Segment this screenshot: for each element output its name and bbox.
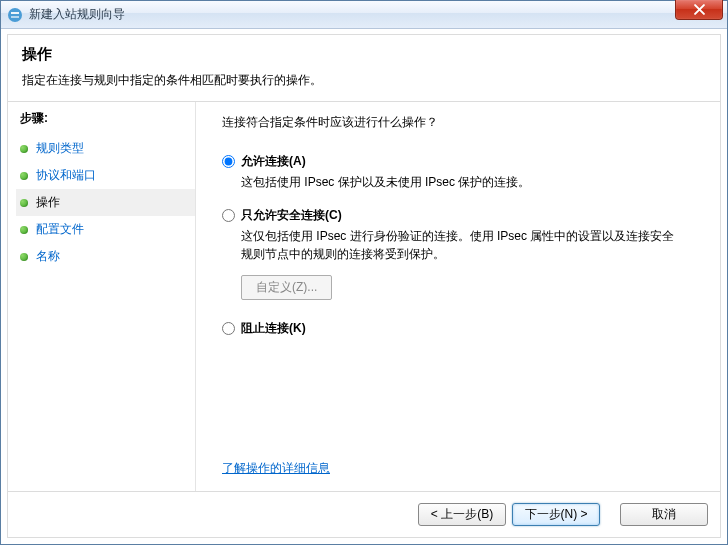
step-rule-type[interactable]: 规则类型 <box>16 135 195 162</box>
bullet-icon <box>20 253 28 261</box>
step-name[interactable]: 名称 <box>16 243 195 270</box>
option-allow: 允许连接(A) 这包括使用 IPsec 保护以及未使用 IPsec 保护的连接。 <box>222 153 700 191</box>
step-protocol-ports[interactable]: 协议和端口 <box>16 162 195 189</box>
titlebar: 新建入站规则向导 <box>1 1 727 29</box>
window-title: 新建入站规则向导 <box>29 6 125 23</box>
page-description: 指定在连接与规则中指定的条件相匹配时要执行的操作。 <box>22 72 706 89</box>
radio-secure-label: 只允许安全连接(C) <box>241 207 342 224</box>
radio-allow-row[interactable]: 允许连接(A) <box>222 153 700 170</box>
option-block: 阻止连接(K) <box>222 320 700 341</box>
customize-button: 自定义(Z)... <box>241 275 332 300</box>
close-button[interactable] <box>675 0 723 20</box>
bullet-icon <box>20 145 28 153</box>
close-icon <box>694 4 705 15</box>
step-label: 规则类型 <box>36 140 84 157</box>
steps-sidebar: 步骤: 规则类型 协议和端口 操作 配置文件 <box>8 102 196 491</box>
step-label: 配置文件 <box>36 221 84 238</box>
step-profile[interactable]: 配置文件 <box>16 216 195 243</box>
radio-allow[interactable] <box>222 155 235 168</box>
inner-panel: 操作 指定在连接与规则中指定的条件相匹配时要执行的操作。 步骤: 规则类型 协议… <box>7 34 721 538</box>
next-button[interactable]: 下一步(N) > <box>512 503 600 526</box>
bullet-icon <box>20 172 28 180</box>
option-secure-desc: 这仅包括使用 IPsec 进行身份验证的连接。使用 IPsec 属性中的设置以及… <box>241 228 681 263</box>
main-area: 连接符合指定条件时应该进行什么操作？ 允许连接(A) 这包括使用 IPsec 保… <box>196 102 720 491</box>
radio-allow-label: 允许连接(A) <box>241 153 306 170</box>
step-label: 名称 <box>36 248 60 265</box>
cancel-button[interactable]: 取消 <box>620 503 708 526</box>
svg-rect-1 <box>11 12 19 14</box>
content-wrap: 操作 指定在连接与规则中指定的条件相匹配时要执行的操作。 步骤: 规则类型 协议… <box>1 29 727 544</box>
option-allow-desc: 这包括使用 IPsec 保护以及未使用 IPsec 保护的连接。 <box>241 174 681 191</box>
app-icon <box>7 7 23 23</box>
step-label: 操作 <box>36 194 60 211</box>
wizard-header: 操作 指定在连接与规则中指定的条件相匹配时要执行的操作。 <box>8 35 720 102</box>
learn-more-link[interactable]: 了解操作的详细信息 <box>222 460 330 477</box>
step-action[interactable]: 操作 <box>16 189 195 216</box>
steps-heading: 步骤: <box>16 110 195 127</box>
body-area: 步骤: 规则类型 协议和端口 操作 配置文件 <box>8 102 720 491</box>
radio-block[interactable] <box>222 322 235 335</box>
step-label: 协议和端口 <box>36 167 96 184</box>
radio-block-row[interactable]: 阻止连接(K) <box>222 320 700 337</box>
svg-point-0 <box>8 8 22 22</box>
bullet-icon <box>20 199 28 207</box>
bullet-icon <box>20 226 28 234</box>
radio-secure-row[interactable]: 只允许安全连接(C) <box>222 207 700 224</box>
wizard-footer: < 上一步(B) 下一步(N) > 取消 <box>8 491 720 537</box>
wizard-window: 新建入站规则向导 操作 指定在连接与规则中指定的条件相匹配时要执行的操作。 步骤… <box>0 0 728 545</box>
prompt-text: 连接符合指定条件时应该进行什么操作？ <box>222 114 700 131</box>
radio-block-label: 阻止连接(K) <box>241 320 306 337</box>
svg-rect-2 <box>11 16 19 18</box>
option-secure: 只允许安全连接(C) 这仅包括使用 IPsec 进行身份验证的连接。使用 IPs… <box>222 207 700 304</box>
back-button[interactable]: < 上一步(B) <box>418 503 506 526</box>
radio-secure[interactable] <box>222 209 235 222</box>
page-title: 操作 <box>22 45 706 64</box>
